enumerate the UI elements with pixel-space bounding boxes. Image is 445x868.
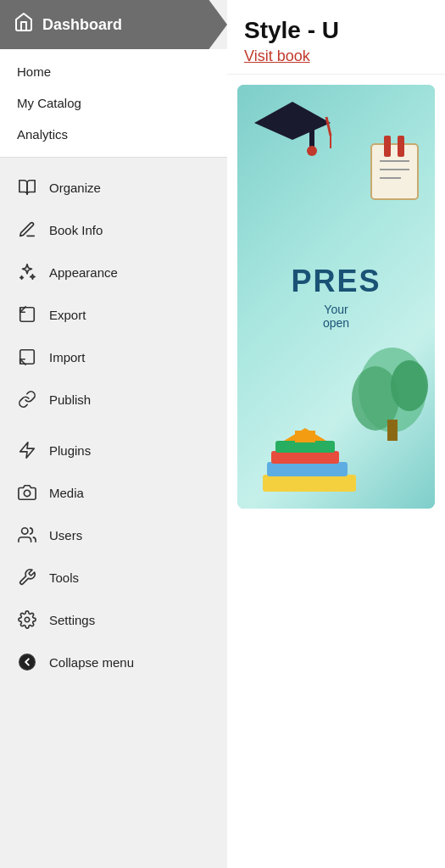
svg-marker-9 xyxy=(254,102,331,140)
svg-point-11 xyxy=(307,146,317,156)
sidebar-item-my-catalog[interactable]: My Catalog xyxy=(0,87,227,119)
svg-rect-24 xyxy=(387,420,398,441)
svg-rect-15 xyxy=(371,144,418,199)
sidebar-item-tools[interactable]: Tools xyxy=(0,556,227,598)
sidebar: Dashboard Home My Catalog Analytics Orga… xyxy=(0,0,227,868)
svg-marker-4 xyxy=(20,442,35,458)
sidebar-item-organize[interactable]: Organize xyxy=(0,166,227,209)
sidebar-item-export[interactable]: Export xyxy=(0,293,227,336)
svg-rect-19 xyxy=(384,136,391,157)
main-nav: Organize Book Info Appearance xyxy=(0,158,227,868)
sidebar-item-tools-label: Tools xyxy=(49,570,79,585)
sidebar-item-export-label: Export xyxy=(49,308,86,322)
main-header: Style - U Visit book xyxy=(227,0,445,75)
sidebar-item-import-label: Import xyxy=(49,350,86,364)
main-content: Style - U Visit book xyxy=(227,0,445,868)
sidebar-item-organize-label: Organize xyxy=(49,181,101,195)
visit-book-link[interactable]: Visit book xyxy=(244,47,310,65)
sidebar-item-plugins[interactable]: Plugins xyxy=(0,429,227,471)
svg-line-13 xyxy=(326,117,331,136)
dashboard-title: Dashboard xyxy=(42,16,122,34)
page-title: Style - U xyxy=(244,17,428,44)
svg-point-5 xyxy=(24,490,30,496)
top-nav: Home My Catalog Analytics xyxy=(0,49,227,158)
bolt-icon xyxy=(17,440,37,460)
sidebar-item-plugins-label: Plugins xyxy=(49,443,91,458)
svg-point-23 xyxy=(391,360,428,411)
books-decoration xyxy=(254,424,364,509)
sidebar-item-media-label: Media xyxy=(49,486,84,500)
svg-rect-25 xyxy=(263,475,356,492)
promo-subtext: Youropen xyxy=(237,303,435,330)
svg-rect-20 xyxy=(398,136,404,157)
mortarboard-decoration xyxy=(246,93,339,170)
svg-point-6 xyxy=(22,528,28,534)
gear-icon xyxy=(17,609,37,630)
sidebar-item-users-label: Users xyxy=(49,528,82,542)
sidebar-item-media[interactable]: Media xyxy=(0,471,227,514)
sidebar-item-appearance[interactable]: Appearance xyxy=(0,251,227,293)
edit-icon xyxy=(17,220,37,240)
sidebar-item-import[interactable]: Import xyxy=(0,336,227,378)
sidebar-header[interactable]: Dashboard xyxy=(0,0,227,49)
svg-rect-28 xyxy=(275,441,335,453)
export-icon xyxy=(17,304,37,325)
sidebar-item-settings[interactable]: Settings xyxy=(0,598,227,641)
sidebar-item-home[interactable]: Home xyxy=(0,56,227,87)
users-icon xyxy=(17,525,37,545)
sidebar-item-collapse[interactable]: Collapse menu xyxy=(0,641,227,683)
diploma-decoration xyxy=(367,136,426,203)
sidebar-item-analytics[interactable]: Analytics xyxy=(0,119,227,150)
sidebar-item-publish[interactable]: Publish xyxy=(0,378,227,420)
nav-divider xyxy=(0,420,227,429)
book-open-icon xyxy=(17,177,37,198)
svg-rect-26 xyxy=(267,462,348,476)
promo-card: PRES Youropen xyxy=(237,85,435,509)
sidebar-item-users[interactable]: Users xyxy=(0,514,227,556)
promo-heading: PRES xyxy=(237,264,435,299)
sidebar-item-book-info[interactable]: Book Info xyxy=(0,209,227,251)
promo-section: PRES Youropen xyxy=(227,75,445,868)
chevron-left-circle-icon xyxy=(17,652,37,672)
sidebar-item-collapse-label: Collapse menu xyxy=(49,655,134,670)
sidebar-item-book-info-label: Book Info xyxy=(49,223,103,237)
sidebar-item-settings-label: Settings xyxy=(49,613,95,627)
svg-point-8 xyxy=(19,654,35,670)
sparkles-icon xyxy=(17,262,37,282)
svg-rect-30 xyxy=(295,431,315,442)
link-icon xyxy=(17,389,37,409)
camera-icon xyxy=(17,482,37,503)
promo-text-block: PRES Youropen xyxy=(237,264,435,330)
import-icon xyxy=(17,347,37,367)
wrench-icon xyxy=(17,567,37,587)
home-icon xyxy=(14,12,34,37)
svg-rect-27 xyxy=(271,451,339,464)
sidebar-item-publish-label: Publish xyxy=(49,392,91,407)
sidebar-item-appearance-label: Appearance xyxy=(49,265,118,280)
svg-point-7 xyxy=(25,617,30,622)
